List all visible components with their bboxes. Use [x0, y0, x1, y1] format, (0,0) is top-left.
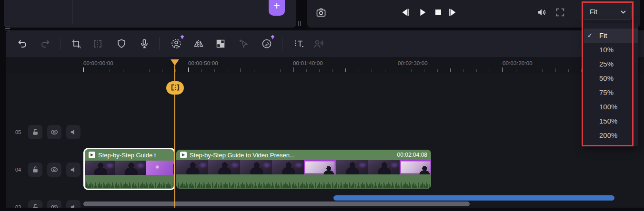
zoom-select-value: Fit [590, 8, 620, 16]
split-button[interactable] [91, 37, 105, 51]
text-title-icon [293, 38, 305, 49]
track-mute-button[interactable] [66, 163, 80, 177]
timeline-resize-handle[interactable] [5, 27, 11, 30]
zoom-option-150[interactable]: 150% [584, 114, 638, 128]
eye-icon [50, 165, 59, 174]
stop-icon [433, 7, 444, 18]
video-clip-icon: ▶ [180, 152, 187, 158]
mirror-flip-button[interactable] [191, 37, 206, 51]
speaker-icon [69, 203, 78, 208]
fullscreen-icon [555, 7, 566, 18]
mirror-flip-icon [193, 38, 204, 49]
clip-audio-waveform [85, 175, 174, 189]
viewer-zoom-select[interactable]: Fit [584, 4, 632, 20]
zoom-option-200[interactable]: 200% [584, 128, 638, 143]
voice-person-icon [312, 38, 324, 49]
track-mute-button[interactable] [66, 200, 80, 208]
microphone-icon [139, 38, 150, 49]
video-clip-2[interactable]: ▶ Step-by-Step Guide to Video Presen... … [176, 150, 431, 189]
video-editor: + [0, 0, 644, 211]
undo-button[interactable] [15, 37, 30, 51]
track-header-03: 03 [13, 200, 80, 208]
clip-audio-waveform [176, 174, 431, 189]
track-number: 03 [13, 204, 23, 208]
plus-icon: + [273, 0, 280, 12]
camera-icon [315, 7, 327, 18]
panel-resize-handle[interactable] [298, 21, 302, 27]
clip-duration: 00:02:04:08 [397, 152, 427, 158]
fullscreen-button[interactable] [555, 6, 566, 19]
track-lock-button[interactable] [28, 200, 42, 208]
stop-button[interactable] [433, 6, 444, 19]
track-visibility-button[interactable] [47, 163, 61, 177]
playhead-handle[interactable] [171, 59, 179, 66]
motion-tracking-button[interactable] [237, 37, 251, 51]
track-header-04: 04 [13, 163, 80, 177]
redo-button[interactable] [38, 37, 52, 51]
track-visibility-button[interactable] [47, 125, 61, 139]
lock-open-icon [31, 203, 40, 208]
voice-changer-button[interactable] [311, 37, 325, 51]
ruler-timestamp: 00:02:30:00 [398, 60, 428, 66]
timeline-horizontal-scrollbar[interactable] [83, 201, 470, 206]
lock-open-icon [31, 128, 40, 136]
redo-icon [40, 38, 51, 49]
clip-header: ▶ Step-by-Step Guide t [85, 149, 174, 161]
play-button[interactable] [417, 6, 429, 19]
play-icon [417, 7, 429, 18]
previous-frame-button[interactable] [400, 6, 412, 19]
timeline-ruler[interactable]: 00:00:00:00 00:00:50:00 00:01:40:00 00:0… [6, 57, 644, 75]
crop-button[interactable] [69, 37, 83, 51]
speaker-icon [69, 128, 78, 136]
eye-icon [50, 203, 59, 208]
mosaic-button[interactable] [213, 37, 228, 51]
lock-open-icon [31, 165, 40, 174]
track-number: 04 [13, 167, 23, 173]
subtitle-text-button[interactable] [292, 37, 306, 51]
zoom-option-25[interactable]: 25% [584, 57, 638, 71]
viewer-zoom-menu: ✓ Fit 10% 25% 50% 75% 100% 150% 200% [584, 23, 638, 146]
track-mute-button[interactable] [66, 125, 80, 139]
timeline-toolbar [6, 30, 644, 57]
ruler-timestamp: 00:00:00:00 [83, 60, 113, 66]
mask-button[interactable] [114, 37, 129, 51]
track-lock-button[interactable] [28, 125, 42, 139]
denoise-button[interactable] [260, 37, 274, 51]
track-number: 05 [13, 129, 23, 135]
zoom-option-10[interactable]: 10% [584, 43, 638, 57]
zoom-option-fit[interactable]: ✓ Fit [584, 29, 638, 43]
clip-thumbnails [176, 160, 431, 174]
volume-icon [536, 7, 547, 18]
premium-gem-icon [180, 35, 185, 40]
playhead-split-button[interactable] [166, 81, 184, 95]
media-panel [4, 0, 296, 28]
toolbar-divider [159, 38, 160, 50]
snapshot-camera-button[interactable] [315, 6, 327, 19]
premium-gem-icon [270, 35, 275, 40]
media-panel-divider [72, 0, 73, 24]
mosaic-grid-icon [215, 38, 226, 49]
cursor-sparkle-icon [238, 38, 250, 49]
audio-clip-track-03[interactable] [333, 195, 614, 201]
ruler-timestamp: 00:03:20:00 [503, 60, 533, 66]
shield-mask-icon [116, 38, 127, 49]
add-media-button[interactable]: + [269, 0, 285, 16]
timeline-panel: 00:00:00:00 00:00:50:00 00:01:40:00 00:0… [6, 30, 644, 208]
zoom-option-75[interactable]: 75% [584, 86, 638, 100]
toolbar-divider [60, 38, 60, 50]
trim-handle-left[interactable] [84, 164, 86, 174]
track-visibility-button[interactable] [47, 200, 61, 208]
zoom-option-100[interactable]: 100% [584, 100, 638, 114]
zoom-option-50[interactable]: 50% [584, 71, 638, 86]
eye-icon [50, 128, 59, 136]
character-button[interactable] [169, 37, 183, 51]
volume-button[interactable] [536, 6, 547, 19]
track-lock-button[interactable] [28, 163, 42, 177]
toolbar-divider [282, 38, 282, 50]
next-frame-button[interactable] [447, 6, 459, 19]
track-header-05: 05 [13, 125, 80, 139]
chevron-down-icon [620, 8, 631, 16]
record-voiceover-button[interactable] [137, 37, 151, 51]
video-clip-1-selected[interactable]: ▶ Step-by-Step Guide t [83, 148, 175, 190]
ruler-timestamp: 00:01:40:00 [293, 60, 323, 66]
